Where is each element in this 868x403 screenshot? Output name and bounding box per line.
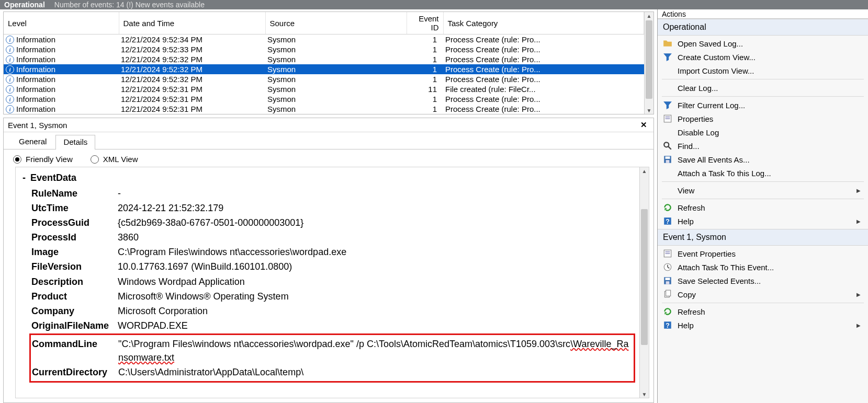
action-item[interactable]: Disable Log: [658, 125, 868, 139]
col-eventid[interactable]: Event ID: [407, 12, 443, 34]
svg-rect-12: [666, 253, 670, 254]
action-item[interactable]: Properties: [658, 112, 868, 125]
action-item[interactable]: Refresh: [658, 305, 868, 318]
save-icon: [663, 276, 672, 285]
svg-line-4: [668, 146, 671, 149]
funnel-icon: [663, 100, 672, 110]
blank-icon: [663, 128, 672, 137]
table-row[interactable]: iInformation12/21/2024 9:52:31 PMSysmon1…: [4, 84, 644, 94]
svg-text:?: ?: [666, 322, 670, 329]
action-item[interactable]: Create Custom View...: [658, 50, 868, 64]
info-icon: i: [6, 45, 14, 54]
table-row[interactable]: iInformation12/21/2024 9:52:32 PMSysmon1…: [4, 54, 644, 64]
svg-rect-11: [666, 251, 670, 252]
action-item[interactable]: Attach Task To This Event...: [658, 260, 868, 274]
radio-xml-view[interactable]: XML View: [91, 155, 138, 164]
col-date[interactable]: Date and Time: [119, 12, 265, 34]
action-item[interactable]: View▶: [658, 183, 868, 197]
task-icon: [663, 262, 672, 272]
event-detail-pane: Event 1, Sysmon ✕ General Details Friend…: [3, 118, 654, 403]
action-item[interactable]: Clear Log...: [658, 81, 868, 95]
svg-text:?: ?: [666, 218, 670, 225]
commandline-value: "C:\Program Files\windows nt\accessories…: [118, 337, 633, 364]
info-icon: i: [6, 65, 14, 74]
action-item[interactable]: Import Custom View...: [658, 64, 868, 77]
refresh-icon: [663, 203, 672, 212]
folder-icon: [663, 39, 672, 48]
events-table[interactable]: Level Date and Time Source Event ID Task…: [4, 12, 644, 114]
svg-rect-7: [666, 160, 670, 163]
blank-icon: [663, 83, 672, 93]
help-icon: ?: [663, 320, 672, 330]
svg-rect-18: [666, 290, 671, 296]
action-item[interactable]: Save Selected Events...: [658, 274, 868, 287]
table-row[interactable]: iInformation12/21/2024 9:52:31 PMSysmon1…: [4, 104, 644, 114]
svg-rect-1: [666, 117, 670, 118]
info-icon: i: [6, 105, 14, 113]
blank-icon: [663, 66, 672, 75]
tab-details[interactable]: Details: [55, 135, 95, 149]
find-icon: [663, 141, 672, 151]
chevron-right-icon: ▶: [856, 188, 863, 193]
event-data-body: -EventData RuleName- UtcTime2024-12-21 2…: [16, 167, 639, 398]
svg-rect-6: [666, 156, 670, 159]
action-item[interactable]: Attach a Task To this Log...: [658, 166, 868, 180]
actions-panel: Actions Operational Open Saved Log...Cre…: [658, 9, 868, 403]
col-task[interactable]: Task Category: [443, 12, 644, 34]
svg-rect-16: [666, 281, 670, 284]
action-item[interactable]: Open Saved Log...: [658, 37, 868, 50]
log-header-strip: Operational Number of events: 14 (!) New…: [0, 0, 868, 9]
action-item[interactable]: Find...: [658, 139, 868, 153]
props-icon: [663, 249, 672, 258]
chevron-right-icon: ▶: [856, 218, 863, 224]
detail-title: Event 1, Sysmon: [8, 121, 67, 130]
detail-tabs: General Details: [4, 132, 653, 149]
info-icon: i: [6, 95, 14, 103]
actions-header: Actions: [658, 9, 868, 19]
log-subtitle: Number of events: 14 (!) New events avai…: [54, 1, 205, 9]
save-icon: [663, 155, 672, 164]
action-item[interactable]: Refresh: [658, 201, 868, 214]
funnel-icon: [663, 52, 672, 62]
table-row[interactable]: iInformation12/21/2024 9:52:32 PMSysmon1…: [4, 74, 644, 84]
svg-rect-15: [666, 278, 670, 280]
eventdata-heading[interactable]: -EventData: [20, 172, 633, 183]
copy-icon: [663, 290, 672, 299]
info-icon: i: [6, 36, 14, 44]
table-row[interactable]: iInformation12/21/2024 9:52:34 PMSysmon1…: [4, 34, 644, 45]
actions-section-operational: Operational: [658, 19, 868, 36]
chevron-right-icon: ▶: [856, 323, 863, 328]
action-item[interactable]: Save All Events As...: [658, 153, 868, 166]
info-icon: i: [6, 75, 14, 84]
action-item[interactable]: Event Properties: [658, 247, 868, 260]
events-scrollbar[interactable]: ▲ ▼: [644, 12, 653, 114]
help-icon: ?: [663, 216, 672, 226]
info-icon: i: [6, 85, 14, 94]
action-item[interactable]: ?Help▶: [658, 214, 868, 228]
detail-scrollbar[interactable]: ▲ ▼: [639, 167, 649, 398]
chevron-right-icon: ▶: [856, 292, 863, 297]
radio-friendly-view[interactable]: Friendly View: [13, 155, 73, 164]
col-source[interactable]: Source: [265, 12, 407, 34]
table-row[interactable]: iInformation12/21/2024 9:52:33 PMSysmon1…: [4, 44, 644, 54]
info-icon: i: [6, 55, 14, 64]
action-item[interactable]: Filter Current Log...: [658, 98, 868, 112]
svg-rect-2: [666, 118, 670, 119]
table-row[interactable]: iInformation12/21/2024 9:52:31 PMSysmon1…: [4, 94, 644, 104]
events-table-container: Level Date and Time Source Event ID Task…: [3, 11, 654, 114]
highlight-box: CommandLine "C:\Program Files\windows nt…: [29, 333, 635, 383]
table-row[interactable]: iInformation12/21/2024 9:52:32 PMSysmon1…: [4, 64, 644, 74]
log-title: Operational: [4, 1, 45, 9]
close-icon[interactable]: ✕: [638, 120, 649, 130]
col-level[interactable]: Level: [4, 12, 119, 34]
refresh-icon: [663, 307, 672, 316]
actions-section-event: Event 1, Sysmon: [658, 229, 868, 246]
action-item[interactable]: ?Help▶: [658, 318, 868, 332]
tab-general[interactable]: General: [11, 134, 54, 149]
svg-point-3: [664, 142, 669, 147]
blank-icon: [663, 168, 672, 178]
action-item[interactable]: Copy▶: [658, 287, 868, 301]
blank-icon: [663, 186, 672, 195]
props-icon: [663, 114, 672, 123]
